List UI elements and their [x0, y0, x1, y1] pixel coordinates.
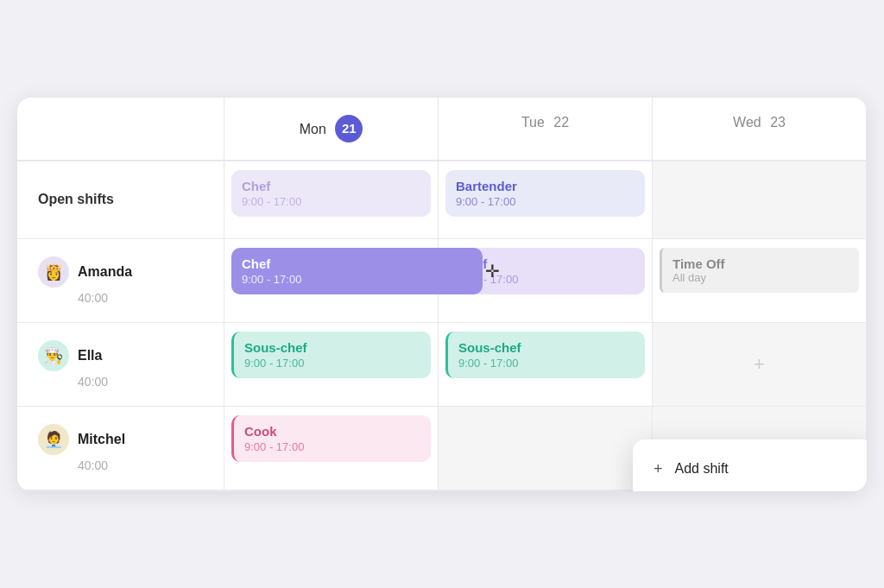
amanda-row-label: 👸 Amanda 40:00: [17, 239, 224, 323]
mitchel-avatar: 🧑‍💼: [38, 424, 69, 455]
tue-label: Tue: [521, 115, 545, 130]
mitchel-name-row: 🧑‍💼 Mitchel: [38, 424, 203, 455]
open-shifts-label: Open shifts: [38, 192, 203, 207]
header-wed: Wed 23: [653, 98, 867, 161]
mon-label: Mon: [300, 121, 326, 136]
open-chef-mon-time: 9:00 - 17:00: [242, 195, 420, 208]
ella-name-row: 👨‍🍳 Ella: [38, 340, 203, 371]
ella-souschef-mon-shift[interactable]: Sous-chef 9:00 - 17:00: [231, 332, 431, 378]
amanda-name: Amanda: [78, 264, 132, 280]
open-chef-mon-shift[interactable]: Chef 9:00 - 17:00: [231, 170, 431, 217]
ella-row-label: 👨‍🍳 Ella 40:00: [17, 323, 224, 407]
open-shifts-tue-cell: Bartender 9:00 - 17:00: [439, 161, 653, 239]
amanda-time-off-title: Time Off: [672, 256, 849, 271]
amanda-avatar: 👸: [38, 256, 69, 288]
add-shift-label: Add shift: [675, 461, 729, 477]
open-chef-mon-title: Chef: [242, 179, 420, 193]
header-mon: Mon 21: [224, 98, 439, 161]
amanda-time-off-shift[interactable]: Time Off All day: [660, 248, 859, 293]
open-shifts-row-label: Open shifts: [17, 161, 224, 239]
ella-souschef-mon-time: 9:00 - 17:00: [244, 357, 420, 370]
header-empty: [17, 98, 224, 161]
context-menu: + Add shift + Add time off Copy: [633, 439, 867, 491]
ella-mon-cell: Sous-chef 9:00 - 17:00: [224, 323, 439, 407]
amanda-chef-mon-time: 9:00 - 17:00: [242, 273, 472, 286]
add-shift-icon: +: [654, 460, 663, 478]
open-shifts-wed-cell: [653, 161, 867, 239]
ella-souschef-mon-title: Sous-chef: [244, 340, 420, 355]
amanda-mon-cell: Chef 9:00 - 17:00 ✛: [224, 239, 439, 323]
mitchel-cook-mon-title: Cook: [244, 424, 420, 439]
amanda-time-off-time: All day: [672, 271, 849, 284]
mitchel-cook-mon-time: 9:00 - 17:00: [244, 440, 420, 453]
ella-avatar: 👨‍🍳: [38, 340, 69, 371]
ella-souschef-tue-time: 9:00 - 17:00: [458, 357, 635, 370]
tue-date: 22: [553, 115, 569, 130]
amanda-wed-cell: Time Off All day: [653, 239, 867, 323]
amanda-name-row: 👸 Amanda: [38, 256, 203, 288]
calendar-grid: Mon 21 Tue 22 Wed 23 Open shifts Chef 9:…: [17, 98, 867, 491]
open-bartender-tue-shift[interactable]: Bartender 9:00 - 17:00: [445, 170, 645, 217]
mon-date-badge: 21: [335, 115, 363, 142]
mitchel-tue-cell: [439, 407, 653, 490]
open-bartender-tue-title: Bartender: [456, 179, 635, 193]
ella-souschef-tue-title: Sous-chef: [458, 340, 635, 355]
wed-date: 23: [770, 115, 786, 130]
header-tue: Tue 22: [439, 98, 653, 161]
mitchel-mon-cell: Cook 9:00 - 17:00: [224, 407, 439, 490]
ella-wed-cell: + + Add shift + Add time off: [653, 323, 867, 407]
open-bartender-tue-time: 9:00 - 17:00: [456, 195, 635, 208]
amanda-hours: 40:00: [38, 291, 203, 305]
ella-hours: 40:00: [38, 375, 203, 389]
mitchel-cook-mon-shift[interactable]: Cook 9:00 - 17:00: [231, 415, 431, 462]
amanda-chef-mon-title: Chef: [242, 256, 472, 271]
ella-wed-add-btn[interactable]: +: [660, 332, 859, 397]
mitchel-row-label: 🧑‍💼 Mitchel 40:00: [17, 407, 224, 490]
wed-label: Wed: [733, 115, 761, 130]
ella-name: Ella: [78, 348, 102, 364]
menu-add-shift[interactable]: + Add shift: [633, 446, 867, 491]
amanda-chef-mon-shift[interactable]: Chef 9:00 - 17:00 ✛: [231, 248, 483, 294]
ella-tue-cell: Sous-chef 9:00 - 17:00: [439, 323, 653, 407]
mitchel-hours: 40:00: [38, 458, 203, 472]
ella-souschef-tue-shift[interactable]: Sous-chef 9:00 - 17:00: [445, 332, 645, 378]
drag-cursor-icon: ✛: [485, 261, 500, 281]
calendar-container: Mon 21 Tue 22 Wed 23 Open shifts Chef 9:…: [17, 98, 867, 491]
mitchel-name: Mitchel: [78, 432, 125, 447]
open-shifts-mon-cell: Chef 9:00 - 17:00: [224, 161, 439, 239]
